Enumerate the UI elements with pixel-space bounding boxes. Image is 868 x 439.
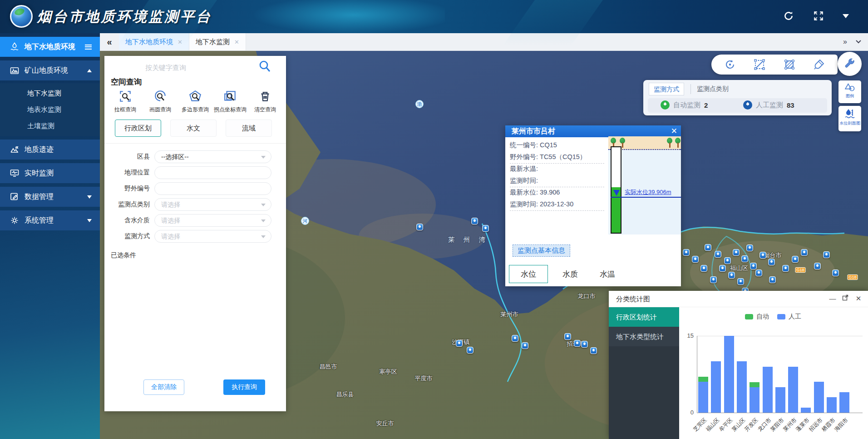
monitoring-point-marker[interactable] [512, 335, 518, 342]
sidebar-item-5[interactable]: 系统管理 [0, 210, 100, 230]
monitoring-point-marker[interactable] [416, 224, 423, 230]
menu-icon[interactable] [85, 45, 92, 50]
monitoring-point-marker[interactable] [792, 256, 799, 263]
input-field[interactable] [154, 182, 271, 195]
bar-开发区-自动[interactable] [750, 382, 760, 387]
monitoring-point-marker[interactable] [710, 276, 717, 283]
chevron-down-icon[interactable] [87, 193, 92, 201]
tool-corner-query[interactable]: 拐点坐标查询 [213, 90, 247, 114]
tabs-forward-icon[interactable]: » [843, 38, 847, 46]
monitor-item-1[interactable]: 人工监测83 [743, 100, 794, 110]
monitoring-point-marker[interactable] [581, 341, 588, 348]
popup-tab-水温[interactable]: 水温 [588, 265, 627, 283]
monitoring-point-marker[interactable] [683, 249, 690, 256]
tool-circle-query[interactable]: 画圆查询 [143, 90, 178, 114]
bar-蓬莱市-人工[interactable] [801, 408, 811, 413]
clear-all-button[interactable]: 全部清除 [143, 379, 184, 395]
monitoring-point-marker[interactable] [728, 272, 735, 279]
monitoring-point-marker[interactable] [769, 276, 776, 283]
bar-莱州市-人工[interactable] [788, 367, 798, 413]
sidebar-subitem-1[interactable]: 地表水监测 [0, 101, 100, 118]
monitoring-point-marker[interactable] [737, 278, 744, 285]
legend-button[interactable]: 图例 [838, 80, 861, 103]
sidebar-item-1[interactable]: 矿山地质环境 [0, 60, 100, 80]
sidebar-item-3[interactable]: 实时监测 [0, 163, 100, 183]
tabs-menu-chevron-icon[interactable] [855, 39, 862, 45]
bar-海阳市-人工[interactable] [839, 392, 849, 413]
bar-莱阳市-人工[interactable] [775, 387, 785, 413]
category-tab-0[interactable]: 行政区划 [115, 120, 161, 137]
monitoring-point-marker[interactable] [832, 269, 839, 276]
stats-nav-1[interactable]: 地下水类型统计 [609, 327, 679, 346]
fullscreen-icon[interactable] [813, 10, 824, 22]
search-icon[interactable] [258, 60, 271, 73]
monitoring-point-marker[interactable] [692, 256, 699, 263]
monitoring-point-marker[interactable] [564, 333, 571, 340]
monitoring-point-marker[interactable] [814, 263, 821, 269]
keyword-search-input[interactable] [113, 60, 262, 75]
bar-龙口市-人工[interactable] [763, 367, 773, 413]
select-field[interactable]: --选择区-- [154, 150, 271, 163]
bar-开发区-人工[interactable] [750, 387, 760, 413]
category-tab-2[interactable]: 流域 [226, 120, 272, 137]
water-level-profile-button[interactable]: 水位剖面图 [838, 106, 861, 131]
refresh-icon[interactable] [783, 10, 794, 22]
close-icon[interactable]: ✕ [671, 125, 677, 137]
brush-icon[interactable] [813, 58, 825, 71]
popup-tab-水质[interactable]: 水质 [551, 265, 590, 283]
monitoring-point-marker[interactable] [456, 340, 463, 347]
bar-招远市-人工[interactable] [814, 382, 824, 413]
monitoring-point-marker[interactable] [746, 244, 753, 251]
select-field[interactable]: 请选择 [154, 230, 271, 243]
user-menu-caret-icon[interactable] [843, 14, 849, 21]
sidebar-item-2[interactable]: 地质遗迹 [0, 140, 100, 160]
monitoring-point-marker[interactable] [782, 265, 789, 272]
select-field[interactable]: 请选择 [154, 198, 271, 211]
monitoring-point-marker[interactable] [760, 252, 766, 259]
monitoring-point-marker[interactable] [768, 259, 775, 265]
tabs-collapse-icon[interactable]: « [100, 33, 119, 50]
bar-福山区-人工[interactable] [711, 361, 721, 413]
minimize-icon[interactable]: — [829, 294, 837, 303]
monitoring-point-marker[interactable] [733, 249, 740, 256]
tab-monitor-method[interactable]: 监测方式 [649, 83, 684, 95]
sidebar-item-4[interactable]: 数据管理 [0, 187, 100, 207]
bar-芝罘区-自动[interactable] [698, 377, 708, 382]
chevron-up-icon[interactable] [87, 69, 92, 72]
monitoring-point-marker[interactable] [741, 255, 748, 262]
polygon-select-icon[interactable] [783, 58, 796, 71]
history-icon[interactable] [724, 58, 736, 71]
monitoring-point-marker[interactable] [724, 257, 731, 264]
tool-box-query[interactable]: 拉框查询 [108, 90, 143, 114]
sidebar-item-0[interactable]: 地下水地质环境 [0, 37, 100, 57]
monitoring-point-marker[interactable] [700, 265, 707, 272]
execute-query-button[interactable]: 执行查询 [223, 379, 265, 395]
close-icon[interactable]: ✕ [234, 39, 239, 45]
tab-groundwater-monitoring[interactable]: 地下水监测 ✕ [189, 33, 246, 50]
input-field[interactable] [154, 166, 271, 179]
monitoring-point-marker[interactable] [522, 342, 528, 349]
monitoring-point-marker[interactable] [719, 265, 726, 272]
bar-芝罘区-人工[interactable] [698, 382, 708, 413]
chevron-down-icon[interactable] [87, 217, 92, 224]
tools-wrench-button[interactable] [838, 52, 862, 76]
close-icon[interactable]: ✕ [854, 294, 863, 303]
select-area-icon[interactable] [753, 58, 766, 71]
monitoring-point-marker[interactable] [715, 251, 721, 258]
bar-栖霞市-人工[interactable] [827, 397, 837, 413]
sidebar-subitem-2[interactable]: 土壤监测 [0, 118, 100, 134]
point-basic-info-button[interactable]: 监测点基本信息 [513, 244, 570, 257]
monitoring-point-marker[interactable] [705, 244, 711, 251]
sidebar-subitem-0[interactable]: 地下水监测 [0, 85, 100, 101]
maximize-icon[interactable] [841, 294, 849, 303]
monitoring-point-marker[interactable] [755, 269, 762, 276]
bar-牟平区-人工[interactable] [724, 336, 734, 413]
select-field[interactable]: 请选择 [154, 214, 271, 227]
tool-polygon-query[interactable]: 多边形查询 [178, 90, 212, 114]
monitoring-point-marker[interactable] [823, 251, 830, 258]
monitoring-point-marker[interactable] [574, 340, 581, 347]
monitoring-point-marker[interactable] [467, 347, 473, 354]
tab-monitor-point-category[interactable]: 监测点类别 [692, 83, 733, 95]
tool-trash[interactable]: 清空查询 [248, 90, 282, 114]
bar-莱山区-人工[interactable] [737, 361, 747, 413]
